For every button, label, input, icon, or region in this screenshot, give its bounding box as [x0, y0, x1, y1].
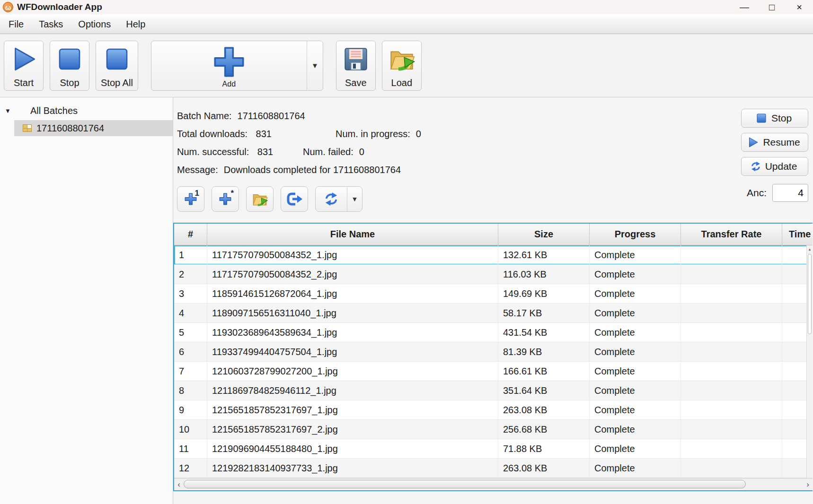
menu-bar: File Tasks Options Help	[0, 14, 813, 34]
table-row[interactable]: 7 1210603728799027200_1.jpg 166.61 KB Co…	[174, 362, 813, 381]
table-row[interactable]: 3 1185914615126872064_1.jpg 149.69 KB Co…	[174, 284, 813, 304]
table-row[interactable]: 8 1211869784825946112_1.jpg 351.64 KB Co…	[174, 381, 813, 400]
side-actions: Stop Resume Update Anc:	[741, 109, 808, 202]
start-button[interactable]: Start	[4, 41, 44, 91]
table-header: # File Name Size Progress Transfer Rate …	[174, 224, 813, 245]
message-value: Downloads completed for 1711608801764	[224, 165, 401, 175]
stop-all-icon	[104, 46, 130, 72]
cell-progress: Complete	[590, 362, 681, 381]
menu-file[interactable]: File	[1, 14, 31, 34]
menu-tasks[interactable]: Tasks	[31, 14, 71, 34]
column-header-time[interactable]: Time	[782, 224, 813, 245]
side-update-button[interactable]: Update	[741, 157, 808, 176]
cell-progress: Complete	[590, 245, 681, 265]
column-header-index[interactable]: #	[174, 224, 207, 245]
close-button[interactable]: ×	[786, 0, 813, 14]
add-button-group: Add ▼	[151, 41, 323, 91]
table-row[interactable]: 2 1171757079050084352_2.jpg 116.03 KB Co…	[174, 265, 813, 284]
open-folder-button[interactable]	[246, 186, 274, 212]
table-row[interactable]: 11 1219096904455188480_1.jpg 71.88 KB Co…	[174, 439, 813, 459]
cell-transfer-rate	[681, 304, 782, 323]
cell-transfer-rate	[681, 420, 782, 439]
add-dropdown-button[interactable]: ▼	[307, 41, 323, 90]
column-header-progress[interactable]: Progress	[590, 224, 681, 245]
cell-progress: Complete	[590, 284, 681, 304]
column-header-size[interactable]: Size	[498, 224, 590, 245]
cell-transfer-rate	[681, 459, 782, 478]
plus-icon	[158, 44, 300, 80]
add-single-link-button[interactable]: 1	[177, 186, 204, 212]
scroll-left-icon[interactable]: ‹	[175, 478, 183, 490]
num-failed-label: Num. failed:	[303, 147, 353, 157]
main-area: ▼ All Batches 1711608801764 Batch Name: …	[0, 97, 813, 504]
cell-file-name: 1211869784825946112_1.jpg	[207, 381, 498, 400]
vertical-scrollbar[interactable]: ▴	[806, 245, 813, 478]
cell-size: 431.54 KB	[498, 323, 590, 342]
table-row[interactable]: 12 1219282183140937733_1.jpg 263.08 KB C…	[174, 459, 813, 478]
table-row[interactable]: 4 1189097156516311040_1.jpg 58.17 KB Com…	[174, 304, 813, 323]
table-row[interactable]: 9 1215651857852317697_1.jpg 263.08 KB Co…	[174, 400, 813, 420]
cell-size: 81.39 KB	[498, 342, 590, 362]
stop-button[interactable]: Stop	[50, 41, 89, 91]
table-row[interactable]: 10 1215651857852317697_2.jpg 256.68 KB C…	[174, 420, 813, 439]
load-button[interactable]: Load	[382, 41, 422, 91]
tree-item-batch[interactable]: 1711608801764	[14, 120, 173, 136]
cell-transfer-rate	[681, 323, 782, 342]
folder-open-icon	[252, 191, 268, 207]
table-row[interactable]: 5 1193023689643589634_1.jpg 431.54 KB Co…	[174, 323, 813, 342]
cell-file-name: 1171757079050084352_1.jpg	[207, 245, 498, 265]
cell-file-name: 1219282183140937733_1.jpg	[207, 459, 498, 478]
num-successful-label: Num. successful:	[177, 147, 249, 157]
menu-options[interactable]: Options	[71, 14, 118, 34]
cell-index: 12	[174, 459, 207, 478]
anc-input[interactable]	[772, 184, 808, 202]
cell-transfer-rate	[681, 245, 782, 265]
refresh-dropdown-button[interactable]: ▼	[347, 187, 362, 211]
chevron-down-icon: ▼	[352, 195, 358, 203]
vertical-scroll-thumb[interactable]	[808, 254, 812, 334]
side-resume-button[interactable]: Resume	[741, 133, 808, 152]
cell-size: 263.08 KB	[498, 400, 590, 420]
cell-size: 166.61 KB	[498, 362, 590, 381]
folder-load-icon	[389, 46, 415, 72]
horizontal-scroll-thumb[interactable]	[184, 480, 746, 488]
tree-root-all-batches[interactable]: ▼ All Batches	[0, 102, 173, 119]
stop-all-button[interactable]: Stop All	[96, 41, 138, 91]
scroll-up-icon[interactable]: ▴	[807, 245, 813, 253]
horizontal-scrollbar[interactable]: ‹ ›	[174, 478, 813, 490]
batch-grid-icon	[23, 124, 32, 132]
refresh-icon	[324, 192, 338, 206]
window-controls: — □ ×	[731, 0, 813, 14]
cell-index: 10	[174, 420, 207, 439]
cell-progress: Complete	[590, 265, 681, 284]
export-links-button[interactable]	[281, 186, 308, 212]
tree-expander-icon[interactable]: ▼	[5, 107, 17, 114]
tree-batch-label: 1711608801764	[36, 123, 104, 134]
side-stop-button[interactable]: Stop	[741, 109, 808, 128]
cell-transfer-rate	[681, 265, 782, 284]
column-header-file-name[interactable]: File Name	[207, 224, 498, 245]
cell-progress: Complete	[590, 304, 681, 323]
anc-label: Anc:	[747, 187, 767, 199]
message-label: Message:	[177, 165, 218, 175]
column-header-transfer-rate[interactable]: Transfer Rate	[681, 224, 782, 245]
maximize-button[interactable]: □	[758, 0, 786, 14]
table-row[interactable]: 6 1193374994404757504_1.jpg 81.39 KB Com…	[174, 342, 813, 362]
cell-progress: Complete	[590, 381, 681, 400]
add-multiple-links-button[interactable]: *	[212, 186, 239, 212]
cell-transfer-rate	[681, 342, 782, 362]
cell-size: 132.61 KB	[498, 245, 590, 265]
num-failed-value: 0	[359, 147, 364, 157]
num-in-progress-value: 0	[416, 129, 421, 139]
table-row[interactable]: 1 1171757079050084352_1.jpg 132.61 KB Co…	[174, 245, 813, 265]
minimize-button[interactable]: —	[731, 0, 758, 14]
refresh-button[interactable]	[316, 187, 347, 211]
cell-size: 116.03 KB	[498, 265, 590, 284]
num-successful-value: 831	[257, 147, 273, 157]
add-button[interactable]: Add	[151, 41, 307, 90]
menu-help[interactable]: Help	[118, 14, 153, 34]
total-downloads-value: 831	[256, 129, 272, 139]
scroll-right-icon[interactable]: ›	[804, 478, 812, 490]
save-button[interactable]: Save	[336, 41, 376, 91]
cell-progress: Complete	[590, 439, 681, 459]
